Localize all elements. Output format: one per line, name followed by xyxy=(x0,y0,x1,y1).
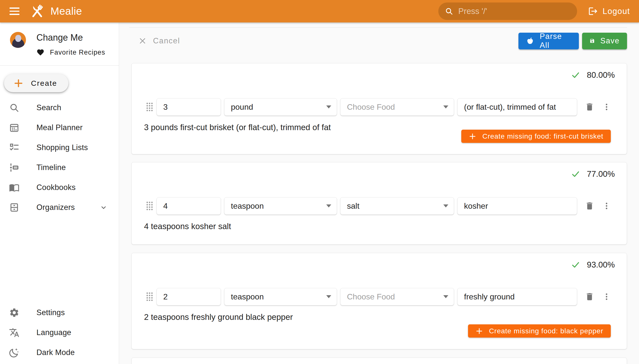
confidence-value: 77.00% xyxy=(587,169,615,179)
caret-down-icon xyxy=(326,106,331,108)
note-input[interactable] xyxy=(464,292,571,302)
logout-button[interactable]: Logout xyxy=(588,6,630,16)
note-field xyxy=(457,98,577,116)
quantity-input[interactable] xyxy=(163,102,215,112)
app-bar: Mealie Logout xyxy=(0,0,639,22)
plus-icon xyxy=(469,133,476,140)
moon-icon xyxy=(9,347,20,358)
check-icon xyxy=(571,169,580,179)
sidebar-item-meal-planner[interactable]: Meal Planner xyxy=(0,118,119,138)
unit-select[interactable]: teaspoon xyxy=(224,197,337,215)
sidebar-item-shopping-lists[interactable]: Shopping Lists xyxy=(0,138,119,158)
original-ingredient-text: 3 pounds first-cut brisket (or flat-cut)… xyxy=(144,123,331,132)
quantity-input[interactable] xyxy=(163,292,215,302)
parse-all-button[interactable]: Parse All xyxy=(518,33,579,49)
note-input[interactable] xyxy=(464,202,571,211)
confidence-indicator: 80.00% xyxy=(571,70,615,80)
sidebar-item-language[interactable]: Language xyxy=(0,322,119,342)
create-missing-food-button[interactable]: Create missing food: first-cut brisket xyxy=(461,130,611,143)
translate-icon xyxy=(9,327,20,338)
create-label: Create xyxy=(31,79,57,88)
delete-button[interactable] xyxy=(583,100,596,114)
confidence-value: 93.00% xyxy=(587,260,615,270)
sidebar-item-organizers[interactable]: Organizers xyxy=(0,198,119,218)
kebab-icon xyxy=(602,202,611,210)
confidence-value: 80.00% xyxy=(587,70,615,80)
caret-down-icon xyxy=(326,295,331,298)
drag-handle-icon[interactable] xyxy=(146,201,153,211)
delete-button[interactable] xyxy=(583,290,596,303)
food-select[interactable]: Choose Food xyxy=(340,288,454,306)
kebab-icon xyxy=(602,102,611,112)
kebab-icon xyxy=(602,292,611,301)
sidebar-item-dark-mode[interactable]: Dark Mode xyxy=(0,342,119,362)
sidebar-item-settings[interactable]: Settings xyxy=(0,303,119,322)
favorite-recipes-link[interactable]: Favorite Recipes xyxy=(37,48,105,56)
calendar-icon xyxy=(9,122,20,133)
caret-down-icon xyxy=(326,204,331,208)
global-search[interactable] xyxy=(438,2,577,20)
more-options-button[interactable] xyxy=(600,200,613,212)
check-icon xyxy=(571,260,580,270)
search-icon xyxy=(445,6,453,16)
sidebar-item-cookbooks[interactable]: Cookbooks xyxy=(0,178,119,198)
cabinet-icon xyxy=(9,202,20,213)
create-button[interactable]: Create xyxy=(4,74,68,92)
avatar[interactable] xyxy=(10,32,26,48)
delete-button[interactable] xyxy=(583,200,596,212)
unit-select[interactable]: pound xyxy=(224,98,337,116)
parse-all-label: Parse All xyxy=(540,32,571,50)
logout-label: Logout xyxy=(602,6,630,16)
ingredient-card: 77.00% teaspoon salt xyxy=(131,162,627,244)
food-select[interactable]: Choose Food xyxy=(340,98,454,116)
menu-icon[interactable] xyxy=(7,4,22,19)
caret-down-icon xyxy=(443,106,448,108)
quantity-field xyxy=(156,288,221,306)
quantity-field xyxy=(156,98,221,116)
timeline-icon xyxy=(9,162,20,173)
quantity-input[interactable] xyxy=(163,202,215,211)
gear-icon xyxy=(9,308,20,318)
sidebar-divider xyxy=(0,65,119,66)
sidebar-item-timeline[interactable]: Timeline xyxy=(0,158,119,178)
create-missing-food-button[interactable]: Create missing food: black pepper xyxy=(468,324,611,338)
sidebar-nav: Search Meal Planner Shopping Lists xyxy=(0,98,119,218)
main-content: Cancel Parse All Save 80.00% xyxy=(119,22,639,364)
logout-icon xyxy=(588,6,598,16)
checklist-icon xyxy=(9,142,20,153)
sidebar-item-search[interactable]: Search xyxy=(0,98,119,118)
save-button[interactable]: Save xyxy=(582,33,627,49)
original-ingredient-text: 2 teaspoons freshly ground black pepper xyxy=(144,312,293,322)
plus-icon xyxy=(14,78,24,88)
drag-handle-icon[interactable] xyxy=(146,102,153,112)
quantity-field xyxy=(156,197,221,215)
check-icon xyxy=(571,70,580,80)
note-input[interactable] xyxy=(464,102,571,112)
apple-icon xyxy=(526,36,534,46)
ingredient-card: 80.00% pound Choose Food xyxy=(131,63,627,154)
parser-toolbar: Cancel Parse All Save xyxy=(119,32,627,50)
top-divider xyxy=(129,28,627,28)
more-options-button[interactable] xyxy=(600,290,613,303)
save-icon xyxy=(590,37,595,45)
more-options-button[interactable] xyxy=(600,100,613,114)
trash-icon xyxy=(585,102,594,112)
search-input[interactable] xyxy=(458,6,571,16)
ingredient-card-partial xyxy=(131,358,627,364)
drag-handle-icon[interactable] xyxy=(146,292,153,302)
cancel-button[interactable]: Cancel xyxy=(135,34,184,48)
sidebar: Change Me Favorite Recipes Create Search xyxy=(0,22,119,364)
caret-down-icon xyxy=(443,204,448,208)
mealie-logo-icon xyxy=(29,3,46,20)
unit-select[interactable]: teaspoon xyxy=(224,288,337,306)
sidebar-footer: Settings Language Dark Mode xyxy=(0,303,119,362)
trash-icon xyxy=(585,292,594,302)
ingredient-card: 93.00% teaspoon Choose Food xyxy=(131,253,627,349)
heart-icon xyxy=(37,48,45,56)
plus-icon xyxy=(476,327,483,335)
original-ingredient-text: 4 teaspoons kosher salt xyxy=(144,222,231,231)
trash-icon xyxy=(585,201,594,211)
app-title: Mealie xyxy=(50,5,82,17)
food-select[interactable]: salt xyxy=(340,197,454,215)
caret-down-icon xyxy=(443,295,448,298)
